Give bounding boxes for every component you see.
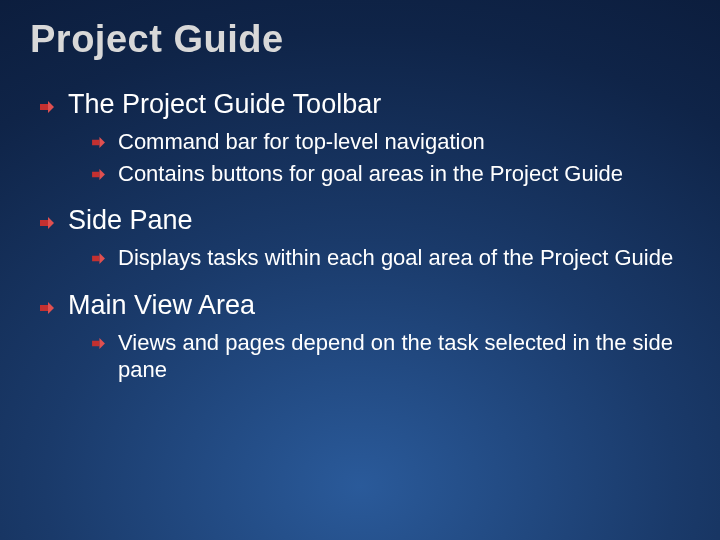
list-item: The Project Guide Toolbar Command bar fo… bbox=[40, 89, 690, 187]
list-item: Command bar for top-level navigation bbox=[92, 128, 690, 156]
svg-rect-6 bbox=[40, 220, 48, 226]
svg-rect-2 bbox=[92, 140, 99, 146]
svg-rect-10 bbox=[40, 305, 48, 311]
list-item-label: Command bar for top-level navigation bbox=[118, 129, 485, 154]
svg-rect-4 bbox=[92, 171, 99, 177]
list-item: Views and pages depend on the task selec… bbox=[92, 329, 690, 384]
list-item-label: The Project Guide Toolbar bbox=[68, 89, 381, 119]
bullet-icon bbox=[92, 137, 105, 148]
list-item: Main View Area Views and pages depend on… bbox=[40, 290, 690, 384]
bullet-icon bbox=[92, 169, 105, 180]
bullet-icon bbox=[40, 101, 54, 113]
svg-marker-7 bbox=[48, 217, 54, 229]
bullet-icon bbox=[92, 253, 105, 264]
svg-rect-12 bbox=[92, 340, 99, 346]
svg-marker-1 bbox=[48, 101, 54, 113]
list-item: Side Pane Displays tasks within each goa… bbox=[40, 205, 690, 272]
sub-list: Views and pages depend on the task selec… bbox=[92, 329, 690, 384]
bullet-icon bbox=[92, 338, 105, 349]
bullet-list: The Project Guide Toolbar Command bar fo… bbox=[40, 89, 690, 384]
slide: Project Guide The Project Guide Toolbar … bbox=[0, 0, 720, 540]
bullet-icon bbox=[40, 302, 54, 314]
list-item: Displays tasks within each goal area of … bbox=[92, 244, 690, 272]
svg-marker-13 bbox=[99, 338, 105, 349]
svg-marker-11 bbox=[48, 302, 54, 314]
slide-title: Project Guide bbox=[30, 18, 690, 61]
svg-marker-3 bbox=[99, 137, 105, 148]
list-item-label: Displays tasks within each goal area of … bbox=[118, 245, 673, 270]
list-item-label: Views and pages depend on the task selec… bbox=[118, 330, 673, 383]
list-item-label: Main View Area bbox=[68, 290, 255, 320]
sub-list: Command bar for top-level navigation Con… bbox=[92, 128, 690, 187]
bullet-icon bbox=[40, 217, 54, 229]
list-item-label: Side Pane bbox=[68, 205, 193, 235]
svg-rect-8 bbox=[92, 256, 99, 262]
sub-list: Displays tasks within each goal area of … bbox=[92, 244, 690, 272]
list-item: Contains buttons for goal areas in the P… bbox=[92, 160, 690, 188]
svg-marker-9 bbox=[99, 253, 105, 264]
svg-marker-5 bbox=[99, 169, 105, 180]
list-item-label: Contains buttons for goal areas in the P… bbox=[118, 161, 623, 186]
svg-rect-0 bbox=[40, 104, 48, 110]
